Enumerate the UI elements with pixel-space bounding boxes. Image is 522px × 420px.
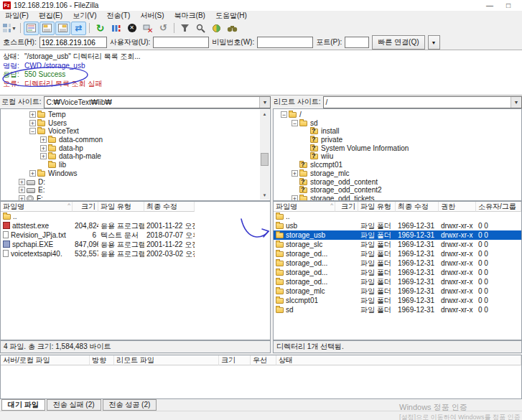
file-row[interactable]: storage_od...파일 폴더1969-12-31drwxr-xr-x0 … — [274, 277, 521, 286]
site-manager-dropdown-icon[interactable]: ▼ — [11, 26, 17, 31]
toggle-remote-tree-button[interactable] — [55, 22, 70, 35]
tree-item[interactable]: +Temp — [1, 111, 270, 119]
tree-item[interactable]: +Windows — [1, 169, 270, 178]
tab-transfer[interactable]: 전송 성공 (2) — [103, 399, 157, 411]
tree-item[interactable]: +data-hp-male — [1, 152, 270, 161]
file-row[interactable]: storage_od...파일 폴더1969-12-31drwxr-xr-x0 … — [274, 249, 521, 258]
expand-icon[interactable]: + — [292, 170, 298, 177]
tree-item[interactable]: +storage_odd_tickets — [274, 195, 521, 201]
refresh-button[interactable]: ↻ — [93, 22, 108, 35]
quickconnect-button[interactable]: 빠른 연결(Q) — [372, 35, 424, 50]
reconnect-button[interactable]: ↺ — [156, 22, 171, 35]
menu-item[interactable]: 서버(S) — [135, 11, 169, 21]
tree-item[interactable]: install — [274, 127, 521, 136]
compare-directories-button[interactable] — [193, 22, 208, 35]
site-manager-button[interactable]: ▼ — [2, 22, 17, 35]
tree-item[interactable]: −/ — [274, 111, 521, 119]
toggle-local-tree-button[interactable] — [39, 22, 55, 35]
expand-icon[interactable]: + — [292, 195, 298, 201]
tree-item[interactable]: −VoiceText — [1, 127, 270, 136]
menu-item[interactable]: 북마크(B) — [169, 11, 210, 21]
column-header[interactable]: 크기 — [73, 202, 98, 212]
menu-item[interactable]: 편집(E) — [34, 11, 67, 21]
tree-item[interactable]: storage_odd_content2 — [274, 186, 521, 195]
remote-site-combobox[interactable]: / ▼ — [323, 96, 522, 108]
scrollbar-thumb[interactable] — [261, 153, 269, 166]
column-header[interactable]: 파일명^ — [1, 202, 73, 212]
tree-item[interactable]: storage_odd_content — [274, 178, 521, 187]
file-row[interactable]: spchapi.EXE847,096응용 프로그램2001-11-22 오전 .… — [1, 240, 270, 249]
password-input[interactable] — [257, 37, 313, 48]
filter-button[interactable] — [177, 22, 192, 35]
quickconnect-dropdown-button[interactable]: ▼ — [428, 35, 440, 50]
expand-icon[interactable]: + — [40, 153, 47, 159]
file-row[interactable]: .. — [274, 212, 521, 221]
toggle-transfer-queue-button[interactable]: ⇄ — [71, 22, 86, 35]
tree-item[interactable]: +storage_mlc — [274, 169, 521, 178]
tree-item[interactable]: lib — [1, 161, 270, 169]
synchronized-browsing-button[interactable] — [209, 22, 224, 35]
tab-queued-files[interactable]: 대기 파일 — [1, 399, 45, 411]
tree-item[interactable]: +D: — [1, 178, 270, 187]
tree-item[interactable]: private — [274, 136, 521, 144]
scroll-up-icon[interactable]: ▲ — [260, 110, 269, 118]
find-files-button[interactable] — [225, 22, 240, 35]
queue-column-header[interactable]: 리모트 파일 — [114, 355, 219, 365]
tree-item[interactable]: −sd — [274, 119, 521, 128]
tree-item[interactable]: +data-common — [1, 136, 270, 144]
file-row[interactable]: slccmpt01파일 폴더1969-12-31drwxr-xr-x0 0 — [274, 296, 521, 305]
username-input[interactable] — [153, 37, 209, 48]
expand-icon[interactable]: + — [40, 136, 47, 143]
column-header[interactable]: 최종 수정 — [144, 202, 195, 212]
expand-icon[interactable]: + — [29, 120, 36, 126]
file-row[interactable]: storage_slc파일 폴더1969-12-31drwxr-xr-x0 0 — [274, 240, 521, 249]
scroll-down-icon[interactable]: ▼ — [260, 191, 269, 200]
collapse-icon[interactable]: − — [29, 128, 36, 134]
file-row[interactable]: storage_od...파일 폴더1969-12-31drwxr-xr-x0 … — [274, 268, 521, 277]
expand-icon[interactable]: + — [40, 145, 47, 151]
queue-column-header[interactable]: 서버/로컬 파일 — [1, 355, 90, 365]
file-row[interactable]: storage_od...파일 폴더1969-12-31drwxr-xr-x0 … — [274, 258, 521, 268]
file-row[interactable]: voicetextsapi40.532,557응용 프로그램2002-03-02… — [1, 249, 270, 258]
toggle-message-log-button[interactable] — [24, 22, 39, 35]
tree-item[interactable]: wiiu — [274, 152, 521, 161]
file-row[interactable]: Revision_JPja.txt6텍스트 문서2018-07-07 오후 ..… — [1, 230, 270, 240]
expand-icon[interactable]: + — [19, 187, 25, 193]
file-row[interactable]: .. — [1, 212, 270, 221]
local-site-combobox[interactable]: C:₩VoiceText₩lib₩ ▼ — [44, 96, 271, 108]
column-header[interactable]: 파일 유형 — [98, 202, 144, 212]
file-row[interactable]: storage_mlc파일 폴더1969-12-31drwxr-xr-x0 0 — [274, 286, 521, 296]
menu-item[interactable]: 보기(V) — [67, 11, 101, 21]
column-header[interactable]: 파일명^ — [274, 202, 335, 212]
file-row[interactable]: usb파일 폴더1969-12-31drwxr-xr-x0 0 — [274, 221, 521, 230]
chevron-down-icon[interactable]: ▼ — [259, 97, 270, 108]
expand-icon[interactable]: + — [19, 179, 25, 185]
queue-column-header[interactable]: 방향 — [90, 355, 114, 365]
column-header[interactable]: 소유자/그룹 — [476, 202, 521, 212]
process-queue-button[interactable] — [108, 22, 123, 35]
file-row[interactable]: storage_usb파일 폴더1969-12-31drwxr-xr-x0 0 — [274, 230, 521, 240]
collapse-icon[interactable]: − — [281, 111, 287, 118]
column-header[interactable]: 권한 — [439, 202, 476, 212]
chevron-down-icon[interactable]: ▼ — [511, 97, 521, 108]
column-header[interactable]: 크기 — [335, 202, 358, 212]
local-tree-scrollbar[interactable]: ▲ ▼ — [260, 110, 269, 200]
file-row[interactable]: attstest.exe204,824응용 프로그램2001-11-22 오전 … — [1, 221, 270, 230]
menu-item[interactable]: 도움말(H) — [210, 11, 252, 21]
tree-item[interactable]: System Volume Information — [274, 144, 521, 153]
tree-item[interactable]: +E: — [1, 186, 270, 195]
port-input[interactable] — [345, 37, 369, 48]
expand-icon[interactable]: + — [19, 195, 25, 201]
menu-item[interactable]: 파일(F) — [0, 11, 34, 21]
tree-item[interactable]: +data-hp — [1, 144, 270, 153]
host-input[interactable] — [39, 37, 107, 48]
expand-icon[interactable]: + — [29, 111, 36, 118]
disconnect-button[interactable]: ✕ — [140, 22, 155, 35]
column-header[interactable]: 최종 수정 — [396, 202, 439, 212]
queue-column-header[interactable]: 상태 — [276, 355, 521, 365]
queue-column-header[interactable]: 크기 — [219, 355, 251, 365]
tab-transfer[interactable]: 전송 실패 (2) — [47, 399, 101, 411]
tree-item[interactable]: slccmpt01 — [274, 161, 521, 169]
maximize-button[interactable]: □ — [500, 1, 516, 10]
collapse-icon[interactable]: − — [292, 120, 298, 126]
